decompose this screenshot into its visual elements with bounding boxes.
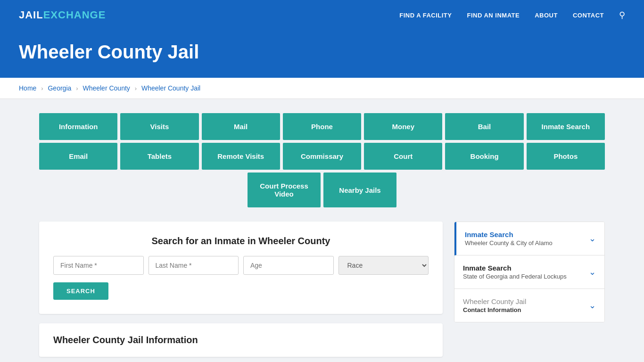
search-button[interactable]: SEARCH	[53, 282, 108, 300]
main-content: Information Visits Mail Phone Money Bail…	[20, 99, 624, 362]
btn-tablets[interactable]: Tablets	[120, 143, 198, 170]
logo-jail: JAIL	[19, 9, 43, 21]
chevron-down-icon-1: ⌄	[589, 233, 596, 244]
logo-exchange: EXCHANGE	[43, 9, 106, 21]
sidebar-item-inmate-search-georgia[interactable]: Inmate Search State of Georgia and Feder…	[454, 255, 604, 289]
body-layout: Search for an Inmate in Wheeler County R…	[39, 222, 605, 357]
button-grid: Information Visits Mail Phone Money Bail…	[39, 113, 605, 207]
sidebar-label-2: Inmate Search	[463, 264, 567, 272]
sidebar-sublabel-1: Wheeler County & City of Alamo	[465, 239, 553, 247]
sidebar-item-text-1: Inmate Search Wheeler County & City of A…	[465, 230, 553, 247]
sidebar: Inmate Search Wheeler County & City of A…	[454, 222, 605, 322]
sidebar-label-3: Wheeler County Jail	[463, 297, 526, 305]
sidebar-item-contact-info[interactable]: Wheeler County Jail Contact Information …	[454, 289, 604, 322]
button-row-1: Information Visits Mail Phone Money Bail…	[39, 113, 605, 140]
nav-contact[interactable]: CONTACT	[573, 12, 604, 19]
nav-about[interactable]: ABOUT	[535, 12, 558, 19]
button-row-3: Court Process Video Nearby Jails	[39, 173, 605, 207]
btn-visits[interactable]: Visits	[120, 113, 198, 140]
btn-email[interactable]: Email	[39, 143, 117, 170]
age-input[interactable]	[243, 256, 334, 275]
nav-find-facility[interactable]: FIND A FACILITY	[399, 12, 452, 19]
btn-court[interactable]: Court	[364, 143, 442, 170]
site-header: JAILEXCHANGE FIND A FACILITY FIND AN INM…	[0, 0, 644, 30]
sidebar-label-1: Inmate Search	[465, 230, 553, 239]
btn-booking[interactable]: Booking	[445, 143, 523, 170]
btn-inmate-search[interactable]: Inmate Search	[527, 113, 605, 140]
chevron-down-icon-3: ⌄	[589, 300, 596, 311]
info-title: Wheeler County Jail Information	[53, 335, 429, 346]
btn-nearby-jails[interactable]: Nearby Jails	[323, 173, 396, 207]
breadcrumb: Home › Georgia › Wheeler County › Wheele…	[0, 78, 644, 99]
left-column: Search for an Inmate in Wheeler County R…	[39, 222, 443, 357]
breadcrumb-wheeler-county-jail[interactable]: Wheeler County Jail	[141, 84, 200, 92]
main-nav: FIND A FACILITY FIND AN INMATE ABOUT CON…	[399, 10, 625, 20]
btn-commissary[interactable]: Commissary	[283, 143, 361, 170]
race-select[interactable]: Race	[339, 256, 429, 275]
breadcrumb-wheeler-county[interactable]: Wheeler County	[83, 84, 130, 92]
breadcrumb-sep-2: ›	[76, 85, 78, 92]
btn-information[interactable]: Information	[39, 113, 117, 140]
last-name-input[interactable]	[149, 256, 239, 275]
sidebar-item-text-2: Inmate Search State of Georgia and Feder…	[463, 264, 567, 280]
breadcrumb-sep-3: ›	[135, 85, 137, 92]
btn-photos[interactable]: Photos	[527, 143, 605, 170]
info-section: Wheeler County Jail Information	[39, 323, 443, 357]
breadcrumb-home[interactable]: Home	[19, 84, 36, 92]
chevron-down-icon-2: ⌄	[589, 267, 596, 277]
breadcrumb-sep-1: ›	[41, 85, 43, 92]
btn-mail[interactable]: Mail	[202, 113, 280, 140]
nav-find-inmate[interactable]: FIND AN INMATE	[467, 12, 520, 19]
btn-money[interactable]: Money	[364, 113, 442, 140]
sidebar-item-text-3: Wheeler County Jail Contact Information	[463, 297, 526, 313]
btn-phone[interactable]: Phone	[283, 113, 361, 140]
title-banner: Wheeler County Jail	[0, 30, 644, 78]
sidebar-item-inmate-search-wheeler[interactable]: Inmate Search Wheeler County & City of A…	[454, 222, 604, 255]
search-panel: Search for an Inmate in Wheeler County R…	[39, 222, 443, 314]
search-form: Race	[53, 256, 429, 275]
first-name-input[interactable]	[53, 256, 144, 275]
sidebar-sublabel-2: State of Georgia and Federal Lockups	[463, 273, 567, 280]
button-row-2: Email Tablets Remote Visits Commissary C…	[39, 143, 605, 170]
search-title: Search for an Inmate in Wheeler County	[53, 236, 429, 247]
sidebar-sublabel-3: Contact Information	[463, 306, 521, 313]
search-icon[interactable]: ⚲	[619, 10, 625, 20]
btn-remote-visits[interactable]: Remote Visits	[202, 143, 280, 170]
page-title: Wheeler County Jail	[19, 41, 625, 63]
breadcrumb-georgia[interactable]: Georgia	[48, 84, 71, 92]
site-logo[interactable]: JAILEXCHANGE	[19, 9, 106, 21]
btn-bail[interactable]: Bail	[445, 113, 523, 140]
btn-court-process-video[interactable]: Court Process Video	[248, 173, 321, 207]
